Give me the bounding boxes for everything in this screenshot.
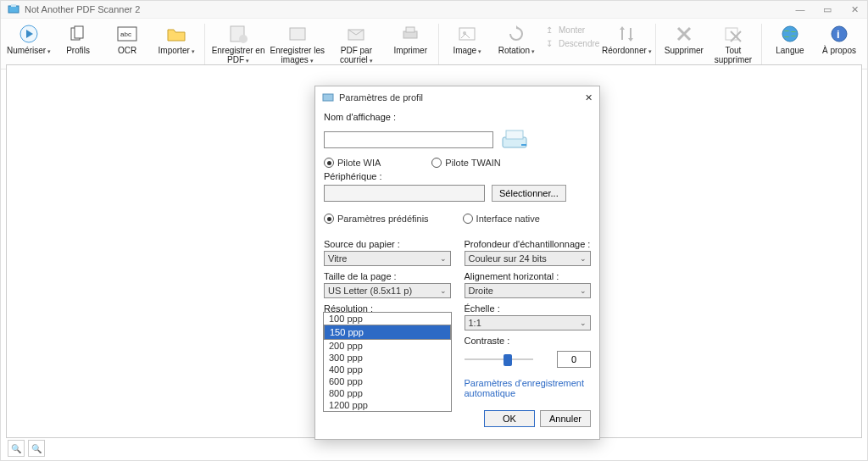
chevron-down-icon: ⌄: [580, 319, 587, 327]
resolution-option[interactable]: 1200 ppp: [324, 399, 451, 411]
svg-rect-25: [506, 131, 523, 139]
delete-icon: [672, 24, 696, 44]
predefined-params-radio[interactable]: Paramètres prédéfinis: [324, 214, 429, 224]
device-input: [324, 185, 485, 202]
delete-button[interactable]: Supprimer: [659, 22, 709, 57]
globe-icon: [778, 24, 802, 44]
zoom-out-button[interactable]: 🔍: [8, 440, 25, 457]
chevron-down-icon: ⌄: [580, 286, 587, 295]
reorder-button[interactable]: Réordonner▾: [602, 22, 652, 58]
close-button[interactable]: ✕: [849, 4, 860, 15]
move-up-button[interactable]: ↥Monter: [543, 24, 599, 36]
native-interface-radio[interactable]: Interface native: [463, 214, 540, 224]
email-pdf-button[interactable]: PDF par courriel▾: [327, 22, 387, 67]
paper-source-select[interactable]: Vitre⌄: [324, 251, 451, 266]
save-images-icon: [286, 24, 309, 44]
zoom-in-button[interactable]: 🔍: [28, 440, 45, 457]
resolution-option[interactable]: 800 ppp: [324, 387, 451, 399]
arrow-up-icon: ↥: [543, 24, 555, 36]
resolution-option[interactable]: 200 ppp: [324, 340, 451, 352]
zoom-controls: 🔍 🔍: [8, 440, 45, 457]
image-icon: [455, 24, 479, 44]
svg-rect-5: [75, 26, 83, 38]
move-down-button[interactable]: ↧Descendre: [543, 37, 599, 49]
maximize-button[interactable]: ▭: [821, 4, 833, 15]
device-label: Périphérique :: [324, 171, 591, 181]
ocr-button[interactable]: abc OCR: [103, 22, 152, 57]
main-toolbar: Numériser▾ Profils abc OCR Importer▾ Enr…: [1, 19, 867, 69]
title-bar: Not Another PDF Scanner 2 — ▭ ✕: [1, 1, 867, 19]
play-icon: [17, 24, 41, 44]
svg-rect-13: [406, 27, 415, 32]
page-size-select[interactable]: US Letter (8.5x11 p)⌄: [324, 283, 451, 298]
page-size-label: Taille de la page :: [324, 271, 451, 281]
autosave-settings-link[interactable]: Paramètres d'enregistrement automatique: [465, 378, 585, 398]
resolution-option[interactable]: 300 ppp: [324, 352, 451, 364]
svg-marker-17: [620, 26, 625, 30]
save-pdf-button[interactable]: Enregistrer en PDF▾: [209, 22, 268, 67]
app-icon: [8, 3, 19, 15]
halign-select[interactable]: Droite⌄: [465, 283, 592, 298]
app-title: Not Another PDF Scanner 2: [25, 4, 140, 14]
slider-thumb-icon[interactable]: [504, 354, 512, 366]
resolution-option[interactable]: 600 ppp: [324, 375, 451, 387]
window-buttons: — ▭ ✕: [794, 4, 860, 15]
resolution-option[interactable]: 100 ppp: [324, 313, 451, 325]
print-button[interactable]: Imprimer: [386, 22, 435, 57]
language-button[interactable]: Langue: [765, 22, 815, 57]
bit-depth-select[interactable]: Couleur sur 24 bits⌄: [465, 251, 592, 266]
contrast-slider[interactable]: [465, 353, 551, 366]
rotate-button[interactable]: Rotation▾: [492, 22, 541, 58]
svg-point-9: [239, 35, 248, 43]
paper-source-label: Source du papier :: [324, 239, 451, 249]
rotate-icon: [504, 24, 528, 44]
ocr-icon: abc: [115, 24, 139, 44]
driver-twain-radio[interactable]: Pilote TWAIN: [431, 158, 500, 168]
about-button[interactable]: i À propos: [815, 22, 864, 57]
save-pdf-icon: [226, 24, 250, 44]
halign-label: Alignement horizontal :: [465, 271, 592, 281]
svg-marker-18: [628, 38, 633, 42]
driver-wia-radio[interactable]: Pilote WIA: [324, 158, 381, 168]
display-name-label: Nom d'affichage :: [324, 112, 591, 122]
svg-rect-26: [521, 144, 526, 146]
email-pdf-icon: [344, 24, 368, 44]
svg-rect-10: [290, 28, 305, 40]
image-button[interactable]: Image▾: [442, 22, 492, 58]
save-images-button[interactable]: Enregistrer les images▾: [268, 22, 327, 67]
svg-rect-1: [11, 4, 16, 7]
arrow-down-icon: ↧: [543, 37, 555, 49]
reorder-icon: [615, 24, 638, 44]
select-device-button[interactable]: Sélectionner...: [492, 185, 566, 202]
svg-point-20: [782, 26, 798, 42]
svg-rect-19: [726, 28, 737, 40]
svg-text:abc: abc: [120, 31, 131, 38]
scale-select[interactable]: 1:1⌄: [465, 315, 592, 330]
dialog-close-button[interactable]: ✕: [585, 92, 593, 103]
printer-icon: [398, 24, 422, 44]
minimize-button[interactable]: —: [794, 4, 806, 15]
import-button[interactable]: Importer▾: [152, 22, 201, 58]
chevron-down-icon: ⌄: [440, 286, 447, 295]
resolution-option[interactable]: 150 ppp: [324, 325, 451, 340]
contrast-value-input[interactable]: [557, 351, 591, 368]
profiles-button[interactable]: Profils: [53, 22, 103, 57]
folder-open-icon: [164, 24, 188, 44]
move-group: ↥Monter ↧Descendre: [541, 22, 602, 51]
dialog-titlebar: Paramètres de profil ✕: [315, 86, 599, 108]
info-icon: i: [827, 24, 851, 44]
resolution-option[interactable]: 400 ppp: [324, 364, 451, 375]
scanner-icon: [500, 125, 529, 154]
cancel-button[interactable]: Annuler: [540, 410, 591, 427]
scan-button[interactable]: Numériser▾: [4, 22, 53, 58]
scale-label: Échelle :: [465, 303, 592, 314]
resolution-dropdown[interactable]: 100 ppp 150 ppp 200 ppp 300 ppp 400 ppp …: [323, 312, 452, 412]
display-name-input[interactable]: [324, 131, 493, 148]
dialog-title: Paramètres de profil: [339, 92, 423, 103]
ok-button[interactable]: OK: [484, 410, 535, 427]
delete-all-button[interactable]: Tout supprimer: [709, 22, 758, 66]
app-window: Not Another PDF Scanner 2 — ▭ ✕ Numérise…: [0, 0, 868, 461]
bit-depth-label: Profondeur d'échantillonnage :: [465, 239, 592, 249]
profiles-icon: [66, 24, 90, 44]
svg-text:i: i: [837, 28, 840, 41]
